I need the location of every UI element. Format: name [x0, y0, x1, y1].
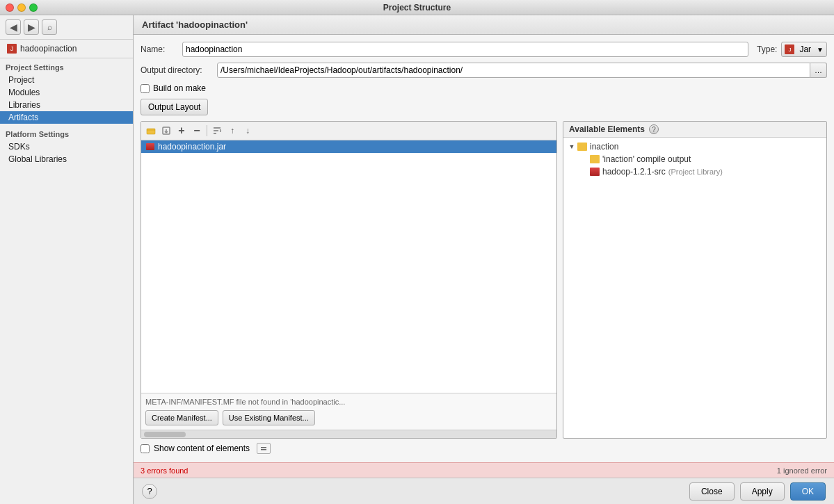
panel-item-label: hadoopinaction.jar	[158, 142, 226, 152]
status-bar: 3 errors found 1 ignored error	[134, 462, 834, 478]
move-up-button[interactable]: ↑	[225, 124, 239, 138]
tree-toggle-empty	[580, 155, 588, 163]
tree-toggle-empty-2	[580, 168, 588, 176]
show-content-row: Show content of elements	[141, 439, 827, 455]
manifest-buttons: Create Manifest... Use Existing Manifest…	[145, 410, 552, 425]
show-content-options-button[interactable]	[257, 443, 271, 454]
apply-button[interactable]: Apply	[740, 482, 785, 501]
close-button[interactable]: Close	[689, 482, 735, 501]
tree-item-inaction[interactable]: ▼ inaction	[563, 140, 826, 153]
tree-item-label-hadoop: hadoop-1.2.1-src	[602, 167, 666, 177]
scrollbar-thumb[interactable]	[144, 432, 186, 437]
show-content-checkbox[interactable]	[141, 444, 150, 453]
artifact-content: Name: Type: J Jar ▼ Output directory: … …	[134, 35, 834, 462]
name-label: Name:	[141, 44, 182, 54]
type-label: Type:	[757, 44, 777, 54]
output-dir-label: Output directory:	[141, 65, 217, 75]
sidebar-item-libraries[interactable]: Libraries	[0, 99, 133, 111]
title-bar: Project Structure	[0, 0, 834, 15]
help-icon[interactable]: ?	[649, 124, 659, 134]
right-panel: Artifact 'hadoopinaction' Name: Type: J …	[134, 15, 834, 504]
sidebar-item-artifacts[interactable]: Artifacts	[0, 111, 133, 124]
build-on-make-checkbox[interactable]	[141, 84, 150, 93]
sidebar-nav: ◀ ▶ ⌕	[0, 15, 133, 40]
artifact-jar-icon: J	[7, 44, 17, 54]
type-select[interactable]: J Jar ▼	[781, 42, 827, 57]
tree-toggle-icon[interactable]: ▼	[568, 143, 576, 151]
type-value: Jar	[799, 44, 811, 54]
compile-output-folder-icon	[590, 155, 600, 163]
tree-item-label-inaction: inaction	[590, 142, 618, 152]
errors-text: 3 errors found	[141, 466, 188, 475]
artifact-panel-header: Artifact 'hadoopinaction'	[134, 15, 834, 35]
use-existing-manifest-button[interactable]: Use Existing Manifest...	[223, 410, 315, 425]
tree-item-hadoop-lib[interactable]: hadoop-1.2.1-src (Project Library)	[563, 165, 826, 178]
maximize-window-btn[interactable]	[29, 3, 38, 12]
sidebar-item-project[interactable]: Project	[0, 74, 133, 86]
library-jar-icon	[590, 168, 600, 176]
sidebar-item-global-libraries[interactable]: Global Libraries	[0, 153, 133, 165]
tree-item-compile-output[interactable]: 'inaction' compile output	[563, 153, 826, 165]
artifact-item-label: hadoopinaction	[20, 44, 77, 54]
output-dir-row: Output directory: …	[141, 63, 827, 78]
ignored-text: 1 ignored error	[777, 466, 827, 475]
svg-rect-0	[147, 129, 155, 134]
artifact-item[interactable]: J hadoopinaction	[0, 42, 133, 55]
artifact-panel-item[interactable]: hadoopinaction.jar	[141, 140, 556, 153]
ok-button[interactable]: OK	[790, 482, 826, 501]
extract-button[interactable]	[159, 124, 173, 138]
tree-item-sub-hadoop: (Project Library)	[668, 168, 723, 176]
output-layout-button[interactable]: Output Layout	[141, 99, 208, 115]
search-button[interactable]: ⌕	[42, 19, 57, 35]
show-content-label: Show content of elements	[154, 444, 250, 453]
help-button[interactable]: ?	[142, 484, 157, 499]
bottom-bar: ? Close Apply OK	[134, 478, 834, 504]
panels-area: + − ↑ ↓	[141, 121, 827, 439]
folder-icon	[577, 143, 587, 151]
platform-settings-section-label: Platform Settings	[0, 128, 133, 140]
artifact-items-list: hadoopinaction.jar	[141, 140, 556, 393]
forward-button[interactable]: ▶	[24, 19, 39, 35]
svg-rect-9	[261, 449, 266, 450]
add-folder-button[interactable]	[144, 124, 158, 138]
sidebar-item-modules[interactable]: Modules	[0, 86, 133, 99]
sidebar-item-sdks[interactable]: SDKs	[0, 140, 133, 153]
minimize-window-btn[interactable]	[17, 3, 26, 12]
svg-rect-8	[261, 447, 266, 448]
build-on-make-label: Build on make	[153, 83, 206, 93]
available-elements-header: Available Elements ?	[563, 122, 826, 138]
output-dir-input[interactable]	[217, 63, 810, 78]
browse-button[interactable]: …	[810, 63, 827, 78]
artifact-layout-panel: + − ↑ ↓	[141, 121, 557, 439]
move-down-button[interactable]: ↓	[241, 124, 255, 138]
jar-file-icon	[145, 142, 155, 152]
sort-button[interactable]	[210, 124, 224, 138]
window-title: Project Structure	[383, 3, 451, 13]
remove-button[interactable]: −	[190, 124, 204, 138]
manifest-text: META-INF/MANIFEST.MF file not found in '…	[145, 398, 552, 406]
sidebar: ◀ ▶ ⌕ J hadoopinaction Project Settings …	[0, 15, 134, 504]
horizontal-scrollbar[interactable]	[141, 430, 556, 438]
available-elements-content: ▼ inaction 'inaction' compile output	[563, 138, 826, 438]
artifacts-list: J hadoopinaction	[0, 40, 133, 58]
panel-toolbar: + − ↑ ↓	[141, 122, 556, 140]
close-window-btn[interactable]	[6, 3, 14, 12]
available-elements-label: Available Elements	[569, 124, 645, 134]
create-manifest-button[interactable]: Create Manifest...	[145, 410, 218, 425]
manifest-section: META-INF/MANIFEST.MF file not found in '…	[141, 393, 556, 430]
name-type-row: Name: Type: J Jar ▼	[141, 42, 827, 57]
name-input[interactable]	[182, 42, 748, 57]
project-settings-section-label: Project Settings	[0, 61, 133, 74]
build-on-make-row: Build on make	[141, 83, 827, 93]
tree-item-label-compile: 'inaction' compile output	[602, 154, 691, 164]
window-controls[interactable]	[6, 3, 38, 12]
add-button[interactable]: +	[175, 124, 189, 138]
back-button[interactable]: ◀	[6, 19, 21, 35]
available-elements-panel: Available Elements ? ▼ inaction	[563, 121, 827, 439]
